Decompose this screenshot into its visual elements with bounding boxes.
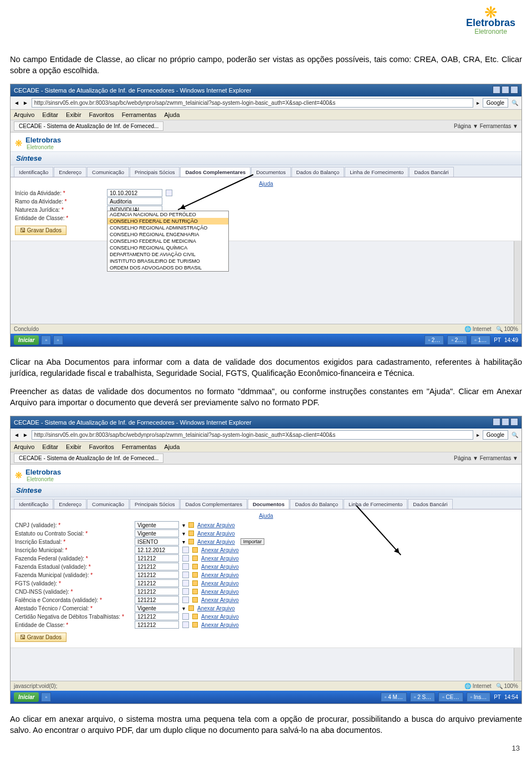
field-input[interactable]: 121212 [135, 554, 179, 562]
app-tab[interactable]: Dados do Balanço [290, 499, 343, 509]
ie-menu-item[interactable]: Ajuda [164, 443, 180, 450]
ie-menu-item[interactable]: Exibir [66, 443, 81, 450]
app-tabs[interactable]: IdentificaçãoEndereçoComunicaçãoPrincipa… [11, 497, 521, 509]
app-tab[interactable]: Dados Bancári [409, 167, 453, 177]
dropdown-option[interactable]: DEPARTAMENTO DE AVIAÇÃO CIVIL [108, 251, 228, 258]
field-input[interactable]: Vigente [135, 604, 179, 612]
taskbar-item[interactable]: ▫ 2… [424, 335, 444, 345]
ie-menu-item[interactable]: Editar [42, 111, 58, 118]
calendar-icon[interactable] [182, 621, 189, 628]
field-input[interactable]: 121212 [135, 621, 179, 629]
calendar-icon[interactable] [166, 190, 172, 196]
anexar-link[interactable]: Anexar Arquivo [201, 580, 239, 587]
app-tab[interactable]: Dados Complementares [180, 499, 247, 509]
taskbar-item[interactable]: ▫ [41, 692, 51, 702]
save-button[interactable]: 🖫 Gravar Dados [15, 633, 66, 642]
app-tab[interactable]: Dados do Balanço [291, 167, 345, 177]
lang-indicator[interactable]: PT [494, 694, 501, 700]
calendar-icon[interactable] [182, 596, 189, 603]
importar-button[interactable]: Importar [241, 538, 265, 545]
browser-tools[interactable]: Página ▼ Ferramentas ▼ [454, 455, 518, 461]
browser-tools[interactable]: Página ▼ Ferramentas ▼ [454, 123, 518, 129]
taskbar-item[interactable]: ▫ 2 S… [410, 692, 435, 702]
attach-icon[interactable] [188, 522, 194, 528]
app-tab[interactable]: Linha de Fornecimento [345, 167, 408, 177]
search-box[interactable]: Google [483, 98, 508, 108]
ie-menu-item[interactable]: Ajuda [164, 111, 180, 118]
app-tab[interactable]: Principais Sócios [130, 167, 180, 177]
taskbar-item[interactable]: ▫ [53, 335, 63, 345]
ie-menu-item[interactable]: Ferramentas [122, 443, 156, 450]
ie-menu-item[interactable]: Favoritos [89, 111, 114, 118]
calendar-icon[interactable] [182, 588, 189, 595]
calendar-icon[interactable] [182, 547, 189, 553]
app-tabs[interactable]: IdentificaçãoEndereçoComunicaçãoPrincipa… [11, 165, 521, 177]
anexar-link[interactable]: Anexar Arquivo [201, 547, 239, 553]
ie-menu[interactable]: ArquivoEditarExibirFavoritosFerramentasA… [11, 442, 521, 452]
go-icon[interactable]: ▸ [477, 432, 479, 438]
browser-tab[interactable]: CECADE - Sistema de Atualização de Inf. … [14, 121, 163, 131]
calendar-icon[interactable] [182, 613, 189, 620]
taskbar-item[interactable]: ▫ 2… [447, 335, 467, 345]
app-tab[interactable]: Documentos [248, 499, 290, 509]
go-icon[interactable]: ▸ [477, 100, 479, 106]
attach-icon[interactable] [188, 531, 194, 536]
dropdown-option[interactable]: INSTITUTO BRASILEIRO DE TURISMO [108, 258, 228, 264]
ie-menu-item[interactable]: Arquivo [14, 111, 34, 118]
start-button[interactable]: Iniciar [14, 692, 39, 702]
ie-menu-item[interactable]: Exibir [66, 111, 81, 118]
field-input[interactable]: 121212 [135, 563, 179, 570]
dropdown-option[interactable]: AGENCIA NACIONAL DO PETRÓLEO [108, 211, 228, 218]
chevron-down-icon[interactable]: ▾ [182, 605, 185, 611]
anexar-link[interactable]: Anexar Arquivo [201, 555, 239, 562]
search-box[interactable]: Google [483, 430, 508, 440]
start-button[interactable]: Iniciar [14, 335, 39, 345]
dropdown-option[interactable]: CONSELHO REGIONAL ADMINISTRAÇÃO [108, 225, 228, 231]
entidade-dropdown-list[interactable]: AGENCIA NACIONAL DO PETRÓLEOCONSELHO FED… [107, 211, 229, 272]
scrollbar[interactable] [514, 241, 521, 324]
field-input[interactable]: 121212 [135, 571, 179, 579]
app-tab[interactable]: Documentos [251, 167, 290, 177]
taskbar-item[interactable]: ▫ 1… [470, 335, 490, 345]
attach-icon[interactable] [192, 614, 198, 619]
url-field[interactable]: http://sinsrv05.eln.gov.br:8003/sap/bc/w… [32, 98, 473, 108]
attach-icon[interactable] [188, 605, 194, 611]
save-button[interactable]: 🖫 Gravar Dados [15, 226, 66, 235]
app-tab[interactable]: Endereço [54, 167, 86, 177]
attach-icon[interactable] [192, 622, 198, 628]
ie-menu-item[interactable]: Arquivo [14, 443, 34, 450]
anexar-link[interactable]: Anexar Arquivo [197, 605, 235, 611]
taskbar-item[interactable]: ▫ Ins… [467, 692, 491, 702]
back-icon[interactable]: ◄ [14, 432, 19, 438]
anexar-link[interactable]: Anexar Arquivo [197, 539, 235, 545]
dropdown-option[interactable]: CONSELHO FEDERAL DE MEDICINA [108, 238, 228, 244]
forward-icon[interactable]: ► [23, 100, 28, 106]
field-input[interactable]: ISENTO [135, 538, 179, 545]
field-input[interactable]: 12.12.2012 [135, 546, 179, 554]
forward-icon[interactable]: ► [23, 432, 28, 438]
taskbar-item[interactable]: ▫ 4 M… [381, 692, 407, 702]
taskbar-item[interactable]: ▫ [41, 335, 51, 345]
attach-icon[interactable] [192, 572, 198, 578]
attach-icon[interactable] [192, 564, 198, 569]
zoom-level[interactable]: 🔍 100% [496, 683, 518, 689]
attach-icon[interactable] [192, 555, 198, 561]
scrollbar[interactable] [514, 648, 521, 681]
browser-tab[interactable]: CECADE - Sistema de Atualização de Inf. … [14, 453, 163, 463]
field-input[interactable]: 121212 [135, 588, 179, 595]
help-link[interactable]: Ajuda [15, 513, 517, 519]
attach-icon[interactable] [192, 580, 198, 586]
field-input[interactable]: 121212 [135, 613, 179, 620]
app-tab[interactable]: Comunicação [87, 167, 129, 177]
calendar-icon[interactable] [182, 563, 189, 570]
field-input[interactable]: Vigente [135, 529, 179, 537]
field-input[interactable]: Auditoria [107, 197, 162, 205]
dropdown-option[interactable]: ORDEM DOS ADVOGADOS DO BRASIL [108, 264, 228, 271]
chevron-down-icon[interactable]: ▾ [182, 531, 185, 537]
anexar-link[interactable]: Anexar Arquivo [201, 564, 239, 570]
calendar-icon[interactable] [182, 572, 189, 578]
url-field[interactable]: http://sinsrv05.eln.gov.br:8003/sap/bc/w… [32, 430, 473, 440]
app-tab[interactable]: Dados Bancári [408, 499, 452, 509]
search-icon[interactable]: 🔍 [511, 100, 518, 106]
field-input[interactable]: Vigente [135, 521, 179, 529]
